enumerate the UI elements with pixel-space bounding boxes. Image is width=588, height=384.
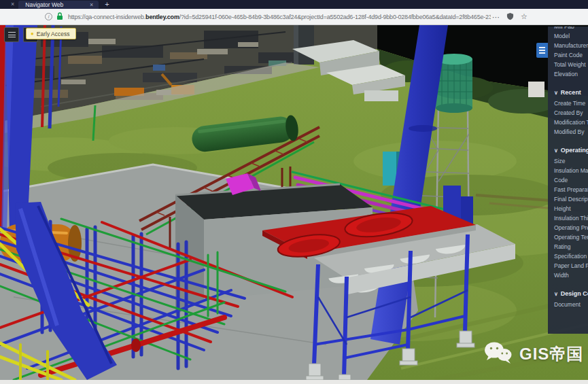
- properties-panel: Mill Fab Model Manufacturer Paint Code T…: [548, 27, 588, 334]
- property-label: Height: [554, 204, 588, 213]
- property-label: Manufacturer: [554, 41, 588, 50]
- group-header[interactable]: ∨Recent: [554, 87, 588, 99]
- menu-button[interactable]: [4, 27, 19, 42]
- wechat-icon: [484, 341, 513, 367]
- property-label: Size: [554, 156, 588, 166]
- url-domain: bentley.com: [145, 14, 179, 20]
- property-label: Operating Pressure: [554, 223, 588, 232]
- tab-strip: × Navigator Web × +: [0, 0, 588, 9]
- chevron-down-icon: ∨: [554, 147, 558, 154]
- url-prefix: https://qa-connect-insiderweb.: [68, 14, 145, 20]
- early-access-label: Early Access: [37, 31, 70, 37]
- property-label: Specification: [554, 251, 588, 261]
- watermark: GIS帝国: [484, 341, 583, 367]
- property-label: Insulation Thickness: [554, 213, 588, 223]
- group-header[interactable]: ∨Design Code: [554, 288, 588, 300]
- property-label: Document: [554, 300, 588, 309]
- model-viewport[interactable]: ● Early Access Mill Fab Model Manufactur…: [0, 25, 588, 380]
- property-label: Created By: [554, 108, 588, 118]
- browser-tab[interactable]: Navigator Web ×: [18, 1, 99, 9]
- properties-group-design: ∨Design Code Document: [554, 288, 588, 309]
- page-actions-icon[interactable]: ⋯: [492, 14, 500, 20]
- properties-group-general: Mill Fab Model Manufacturer Paint Code T…: [554, 27, 588, 79]
- chevron-down-icon: ∨: [554, 291, 558, 297]
- property-label: Final Description: [554, 194, 588, 204]
- property-label: Code: [554, 175, 588, 185]
- site-info-icon[interactable]: i: [45, 13, 52, 20]
- property-label: Model: [554, 31, 588, 41]
- browser-window: × Navigator Web × + i https://qa-connect…: [0, 0, 588, 384]
- group-header[interactable]: ∨Operating Unit: [554, 145, 588, 156]
- scene-render: [0, 25, 588, 380]
- url-suffix: /?id=5d25941f-060e-465b-84b9-3b486c3af24…: [179, 14, 491, 20]
- property-label: Modified By: [554, 127, 588, 137]
- properties-group-operating: ∨Operating Unit Size Insulation Material…: [554, 145, 588, 280]
- property-label: Paint Code: [554, 50, 588, 60]
- hamburger-icon: [8, 32, 16, 37]
- shield-icon[interactable]: [506, 11, 514, 23]
- tab-title: Navigator Web: [25, 1, 63, 8]
- property-label: Paper Land Print: [554, 261, 588, 270]
- property-label: Modification Time: [554, 118, 588, 127]
- property-label: Mill Fab: [554, 27, 588, 31]
- chevron-down-icon: ∨: [554, 90, 558, 96]
- property-label: Create Time: [554, 99, 588, 108]
- early-access-badge: ● Early Access: [26, 28, 76, 39]
- properties-group-recent: ∨Recent Create Time Created By Modificat…: [554, 87, 588, 137]
- close-icon[interactable]: ×: [0, 0, 18, 9]
- dot-icon: ●: [31, 31, 34, 37]
- property-label: Insulation Material: [554, 166, 588, 175]
- properties-panel-toggle-button[interactable]: [536, 43, 548, 58]
- bookmark-star-icon[interactable]: ☆: [521, 13, 528, 20]
- property-label: Total Weight: [554, 60, 588, 69]
- property-label: Width: [554, 270, 588, 280]
- bottom-strip: [0, 380, 588, 384]
- property-label: Fast Preparation: [554, 185, 588, 194]
- property-label: Elevation: [554, 69, 588, 79]
- new-tab-button[interactable]: +: [99, 0, 115, 9]
- property-label: Rating: [554, 242, 588, 251]
- watermark-text: GIS帝国: [519, 343, 583, 365]
- address-bar[interactable]: i https://qa-connect-insiderweb.bentley.…: [0, 9, 588, 25]
- property-label: Operating Temperature: [554, 232, 588, 242]
- lock-icon[interactable]: [56, 11, 63, 23]
- tab-close-icon[interactable]: ×: [90, 1, 93, 8]
- url-field[interactable]: https://qa-connect-insiderweb.bentley.co…: [68, 14, 491, 20]
